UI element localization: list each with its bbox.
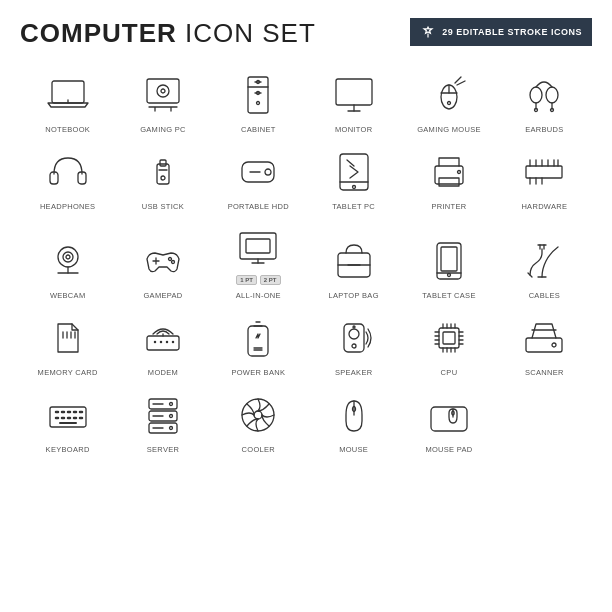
svg-point-90 [352,344,356,348]
svg-point-36 [352,186,355,189]
icon-printer: PRINTER [401,140,496,213]
icon-memory-card: MEMORY CARD [20,306,115,379]
page-title: COMPUTER ICON SET [20,18,316,49]
icon-power-bank: POWER BANK [211,306,306,379]
svg-rect-3 [147,79,179,103]
pt-badge-1: 1 PT [236,275,257,285]
icon-server: SERVER [115,383,210,456]
svg-point-68 [447,274,450,277]
icon-all-in-one: 1 PT 2 PT ALL-IN-ONE [211,217,306,302]
icon-mouse-pad: MOUSE PAD [401,383,496,456]
svg-point-5 [161,89,165,93]
svg-point-58 [171,261,174,264]
icons-grid: NOTEBOOK GAMING PC [20,63,592,456]
svg-rect-34 [340,154,368,190]
icon-cabinet: CABINET [211,63,306,136]
svg-point-128 [169,403,172,406]
icon-gaming-pc: GAMING PC [115,63,210,136]
icon-tablet-case: TABLET CASE [401,217,496,302]
svg-point-130 [169,427,172,430]
icon-laptop-bag: LAPTOP BAG [306,217,401,302]
icon-portable-hdd: PORTABLE HDD [211,140,306,213]
svg-rect-28 [160,160,166,166]
icon-cables: CABLES [497,217,592,302]
svg-rect-78 [147,336,179,350]
svg-point-112 [552,343,556,347]
icon-hardware: HARDWARE [497,140,592,213]
icon-speaker: SPEAKER [306,306,401,379]
svg-point-39 [457,171,460,174]
svg-rect-60 [246,239,270,253]
svg-rect-13 [336,79,372,105]
svg-point-12 [257,102,260,105]
svg-rect-67 [441,247,457,271]
svg-point-54 [66,255,70,259]
icon-keyboard: KEYBOARD [20,383,115,456]
icon-usb-stick: USB STICK [115,140,210,213]
svg-point-24 [551,109,554,112]
icon-tablet-pc: TABLET PC [306,140,401,213]
icon-scanner: SCANNER [497,306,592,379]
icon-webcam: WEBCAM [20,217,115,302]
svg-point-91 [353,326,355,328]
badge-icon [420,24,436,40]
svg-point-18 [447,102,450,105]
svg-rect-38 [439,178,459,186]
svg-point-23 [535,109,538,112]
svg-rect-93 [443,332,455,344]
svg-point-89 [349,329,359,339]
svg-point-51 [63,252,73,262]
svg-point-50 [58,247,78,267]
icon-gaming-mouse: GAMING MOUSE [401,63,496,136]
icon-cpu: CPU [401,306,496,379]
svg-point-135 [254,411,262,419]
svg-point-4 [157,85,169,97]
pt-badge-2: 2 PT [260,275,281,285]
icon-earbuds: EARBUDS [497,63,592,136]
svg-point-20 [546,87,558,103]
icon-modem: MODEM [115,306,210,379]
editable-stroke-badge: 29 EDITABLE STROKE ICONS [410,18,592,46]
svg-point-19 [530,87,542,103]
svg-point-57 [168,258,171,261]
icon-cooler: COOLER [211,383,306,456]
icon-headphones: HEADPHONES [20,140,115,213]
icon-monitor: MONITOR [306,63,401,136]
svg-rect-92 [439,328,459,348]
svg-point-33 [265,169,271,175]
svg-rect-40 [526,166,562,178]
icon-mouse: MOUSE [306,383,401,456]
svg-rect-27 [157,164,169,184]
page: COMPUTER ICON SET 29 EDITABLE STROKE ICO… [0,0,612,612]
icon-gamepad: GAMEPAD [115,217,210,302]
svg-rect-84 [248,326,268,356]
svg-point-29 [161,176,165,180]
icon-notebook: NOTEBOOK [20,63,115,136]
header: COMPUTER ICON SET 29 EDITABLE STROKE ICO… [20,18,592,49]
svg-point-129 [169,415,172,418]
